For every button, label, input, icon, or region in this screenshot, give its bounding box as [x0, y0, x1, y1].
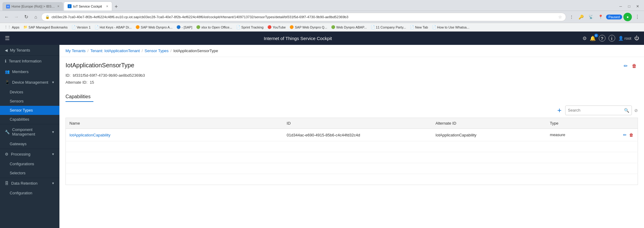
info-icon-button[interactable]: i [609, 35, 615, 42]
bookmark-sap[interactable]: 🔵 - [SAP] [175, 25, 194, 30]
capability-name-link[interactable]: IotApplicationCapability [69, 133, 110, 137]
bookmark-version1[interactable]: 📄 Version 1 [70, 25, 92, 30]
location-button[interactable]: 📍 [596, 13, 605, 21]
bookmarks-bar: ⋮⋮ Apps 📁 SAP Managed Bookmarks 📄 Versio… [0, 23, 644, 32]
doc-icon-5: 📄 [432, 25, 436, 29]
paused-badge[interactable]: Paused [606, 15, 622, 19]
settings-icon-button[interactable]: ⚙ [582, 35, 587, 41]
user-menu[interactable]: 👤 root [618, 36, 631, 41]
sidebar-label-component-mgmt: Component Management [12, 127, 52, 136]
apps-bookmark[interactable]: ⋮⋮ Apps [2, 25, 21, 30]
header-actions: ⚙ 🔔 6 ? i 👤 root ⏻ [582, 35, 639, 42]
xlsx-icon: 🟢 [196, 25, 200, 29]
tab-label-2: IoT Service Cockpit [73, 5, 105, 8]
reload-button[interactable]: ↻ [22, 13, 30, 21]
sidebar-item-selectors[interactable]: Selectors [0, 169, 59, 178]
close-button[interactable]: ✕ [634, 3, 642, 9]
capabilities-section: Capabilities + 🔍 ⊘ Name ID Alternate ID [59, 89, 644, 188]
delete-row-button[interactable]: 🗑 [629, 132, 634, 138]
doc-icon-4: 📄 [410, 25, 414, 29]
add-tab-button[interactable]: + [113, 4, 120, 9]
breadcrumb: My Tenants / Tenant: IotApplicationTenan… [59, 45, 644, 57]
breadcrumb-sep-1: / [87, 49, 89, 53]
search-box[interactable]: 🔍 [565, 106, 632, 115]
sidebar-item-configurations[interactable]: Configurations [0, 159, 59, 169]
bookmark-sprint[interactable]: 📄 Sprint Tracking [234, 25, 265, 30]
sidebar-item-members[interactable]: 👥 Members [0, 66, 59, 77]
breadcrumb-my-tenants[interactable]: My Tenants [65, 49, 86, 53]
edit-detail-button[interactable]: ✏ [622, 62, 629, 70]
app-header: ☰ Internet of Things Service Cockpit ⚙ 🔔… [0, 32, 644, 45]
add-capability-button[interactable]: + [556, 107, 563, 114]
help-icon-button[interactable]: ? [599, 35, 605, 42]
bookmark-howto[interactable]: 📄 How to Use Whatsa... [430, 25, 471, 30]
browser-tab-inactive[interactable]: H Home [Europe (Rot)] > IBSO-ATC... × [2, 2, 63, 11]
tab-label-1: Home [Europe (Rot)] > IBSO-ATC... [12, 5, 56, 8]
cast-button[interactable]: 📡 [587, 13, 595, 21]
notification-count-badge: 6 [594, 34, 598, 37]
sidebar-item-data-retention[interactable]: 🗄 Data Retention ▼ [0, 178, 59, 189]
breadcrumb-sensor-types[interactable]: Sensor Types [145, 49, 169, 53]
bookmark-hotkeys[interactable]: 📄 Hot Keys - ABAP Di... [93, 25, 134, 30]
browser-tab-bar: H Home [Europe (Rot)] > IBSO-ATC... × I … [0, 0, 644, 11]
capability-name-cell: IotApplicationCapability [66, 129, 283, 141]
sap-icon-1: 🟠 [136, 25, 140, 29]
power-icon-button[interactable]: ⏻ [634, 35, 639, 41]
sidebar-item-my-tenants[interactable]: ◀ My Tenants [0, 45, 59, 56]
bookmark-webdynpro-abap[interactable]: 🟢 Web Dynpro ABAP... [329, 25, 368, 30]
sidebar-item-gateways[interactable]: Gateways [0, 139, 59, 149]
menu-button[interactable]: ⋮ [633, 13, 642, 21]
alternate-id-label: Alternate ID: [65, 80, 87, 85]
bookmark-youtube[interactable]: 🔴 YouTube [266, 25, 287, 30]
col-header-id: ID [283, 118, 432, 129]
forward-button[interactable]: → [12, 13, 21, 21]
bookmark-xlsx[interactable]: 🟢 xlsx to Open Office... [194, 25, 234, 30]
back-button[interactable]: ← [2, 13, 11, 21]
hamburger-menu-button[interactable]: ☰ [5, 35, 10, 42]
col-header-type: Type [546, 118, 638, 129]
device-mgmt-icon: 📱 [5, 80, 10, 85]
sidebar-item-tenant-information[interactable]: ℹ Tenant Information [0, 56, 59, 66]
sync-icon[interactable]: ● [623, 13, 632, 21]
breadcrumb-tenant[interactable]: Tenant: IotApplicationTenant [90, 49, 140, 53]
extensions-button[interactable]: ⋮ [567, 13, 576, 21]
address-bar[interactable]: 🔒 cb03ec28-7ca0-40e7-8f2b-4ef6224c48f6.e… [41, 13, 566, 21]
browser-tab-active[interactable]: I IoT Service Cockpit × [64, 2, 112, 11]
sidebar-item-processing[interactable]: ⚙ Processing ▼ [0, 149, 59, 159]
sidebar-item-component-management[interactable]: 🔧 Component Management ▼ [0, 124, 59, 139]
bookmark-button[interactable]: 🔑 [577, 13, 585, 21]
tab-favicon-1: H [6, 5, 10, 8]
home-button[interactable]: ⌂ [32, 13, 40, 21]
apps-grid-icon: ⋮⋮ [4, 25, 11, 29]
filter-clear-icon[interactable]: ⊘ [634, 108, 638, 113]
bookmark-webdynpro[interactable]: 🟠 SAP Web Dynpro A... [134, 25, 174, 30]
bookmark-sap-managed[interactable]: 📁 SAP Managed Bookmarks [22, 25, 69, 30]
sidebar-item-capabilities[interactable]: Capabilities [0, 115, 59, 124]
sidebar-item-device-management[interactable]: 📱 Device Management ▼ [0, 77, 59, 88]
sidebar-label-tenant-info: Tenant Information [9, 59, 42, 63]
minimize-button[interactable]: ─ [617, 3, 625, 9]
sidebar-label-device-mgmt: Device Management [12, 80, 48, 85]
table-toolbar: + 🔍 ⊘ [59, 106, 644, 118]
bookmark-newtab[interactable]: 📄 New Tab [408, 25, 430, 30]
star-icon[interactable]: ☆ [558, 15, 562, 19]
tab-close-1[interactable]: × [57, 4, 59, 8]
maximize-button[interactable]: □ [625, 3, 633, 9]
sidebar-item-devices[interactable]: Devices [0, 88, 59, 97]
component-mgmt-icon: 🔧 [5, 130, 10, 134]
sidebar-item-configuration-child[interactable]: Configuration [0, 189, 59, 198]
col-header-name: Name [66, 118, 283, 129]
bookmark-webdynpro-q[interactable]: 🟠 SAP Web Dynpro Q... [288, 25, 329, 30]
breadcrumb-sep-3: / [170, 49, 172, 53]
search-input[interactable] [568, 108, 623, 112]
sidebar-item-sensors[interactable]: Sensors [0, 97, 59, 106]
sidebar-item-sensor-types[interactable]: Sensor Types [0, 106, 59, 115]
notification-button[interactable]: 🔔 6 [590, 35, 596, 41]
bookmark-11company[interactable]: 📄 11 Company Party... [369, 25, 408, 30]
delete-detail-button[interactable]: 🗑 [631, 62, 638, 70]
section-divider [65, 101, 93, 102]
breadcrumb-current: IotApplicationSensorType [173, 49, 218, 53]
id-value: bf331f5d-69f7-4730-9b90-ae8bd52369b3 [73, 73, 145, 78]
tab-close-2[interactable]: × [106, 4, 108, 8]
edit-row-button[interactable]: ✏ [622, 132, 627, 138]
